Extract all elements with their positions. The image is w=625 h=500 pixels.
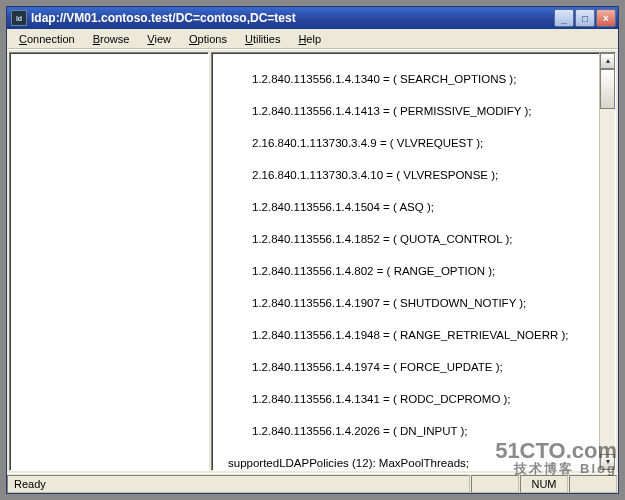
oid-line: 1.2.840.113556.1.4.1852 = ( QUOTA_CONTRO… — [216, 231, 595, 247]
scroll-track[interactable] — [600, 69, 615, 454]
scroll-down-button[interactable]: ▾ — [600, 454, 615, 470]
application-window: ld ldap://VM01.contoso.test/DC=contoso,D… — [6, 6, 619, 494]
scroll-thumb[interactable] — [600, 69, 615, 109]
menu-browse[interactable]: Browse — [85, 31, 138, 47]
menu-utilities-label: tilities — [253, 33, 281, 45]
policies-header: supportedLDAPPolicies (12): MaxPoolThrea… — [216, 455, 595, 470]
output-panel: 1.2.840.113556.1.4.1340 = ( SEARCH_OPTIO… — [211, 52, 616, 471]
menubar: Connection Browse View Options Utilities… — [7, 29, 618, 49]
oid-line: 1.2.840.113556.1.4.1413 = ( PERMISSIVE_M… — [216, 103, 595, 119]
minimize-button[interactable]: _ — [554, 9, 574, 27]
status-empty-2 — [569, 475, 617, 493]
titlebar[interactable]: ld ldap://VM01.contoso.test/DC=contoso,D… — [7, 7, 618, 29]
oid-line: 1.2.840.113556.1.4.1907 = ( SHUTDOWN_NOT… — [216, 295, 595, 311]
oid-line: 2.16.840.1.113730.3.4.10 = ( VLVRESPONSE… — [216, 167, 595, 183]
menu-options[interactable]: Options — [181, 31, 235, 47]
output-text[interactable]: 1.2.840.113556.1.4.1340 = ( SEARCH_OPTIO… — [212, 53, 599, 470]
app-icon: ld — [11, 10, 27, 26]
menu-utilities[interactable]: Utilities — [237, 31, 288, 47]
oid-line: 1.2.840.113556.1.4.1974 = ( FORCE_UPDATE… — [216, 359, 595, 375]
oid-line: 2.16.840.1.113730.3.4.9 = ( VLVREQUEST )… — [216, 135, 595, 151]
menu-browse-label: rowse — [100, 33, 129, 45]
oid-line: 1.2.840.113556.1.4.1504 = ( ASQ ); — [216, 199, 595, 215]
menu-view[interactable]: View — [139, 31, 179, 47]
window-controls: _ □ × — [554, 7, 618, 29]
status-empty-1 — [471, 475, 519, 493]
client-area: 1.2.840.113556.1.4.1340 = ( SEARCH_OPTIO… — [7, 49, 618, 473]
scroll-up-button[interactable]: ▴ — [600, 53, 615, 69]
status-text: Ready — [7, 475, 470, 493]
menu-options-label: ptions — [198, 33, 227, 45]
menu-help-label: elp — [306, 33, 321, 45]
oid-line: 1.2.840.113556.1.4.1341 = ( RODC_DCPROMO… — [216, 391, 595, 407]
status-num: NUM — [520, 475, 568, 493]
tree-panel[interactable] — [9, 52, 209, 471]
menu-connection[interactable]: Connection — [11, 31, 83, 47]
menu-view-label: iew — [155, 33, 172, 45]
vertical-scrollbar[interactable]: ▴ ▾ — [599, 53, 615, 470]
oid-line: 1.2.840.113556.1.4.1948 = ( RANGE_RETRIE… — [216, 327, 595, 343]
oid-line: 1.2.840.113556.1.4.802 = ( RANGE_OPTION … — [216, 263, 595, 279]
menu-help[interactable]: Help — [290, 31, 329, 47]
close-button[interactable]: × — [596, 9, 616, 27]
window-title: ldap://VM01.contoso.test/DC=contoso,DC=t… — [31, 11, 554, 25]
maximize-button[interactable]: □ — [575, 9, 595, 27]
oid-line: 1.2.840.113556.1.4.1340 = ( SEARCH_OPTIO… — [216, 71, 595, 87]
menu-connection-label: onnection — [27, 33, 75, 45]
statusbar: Ready NUM — [7, 473, 618, 493]
oid-line: 1.2.840.113556.1.4.2026 = ( DN_INPUT ); — [216, 423, 595, 439]
